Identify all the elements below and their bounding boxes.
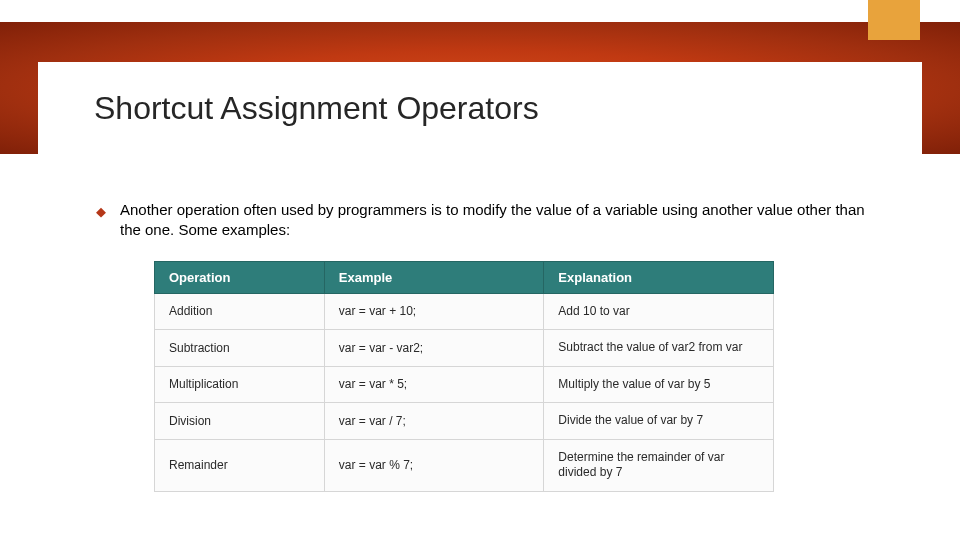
slide-title: Shortcut Assignment Operators: [94, 90, 539, 127]
cell-operation: Division: [155, 403, 325, 440]
cell-example: var = var + 10;: [324, 293, 544, 330]
bullet-text: Another operation often used by programm…: [120, 200, 876, 241]
cell-example: var = var - var2;: [324, 330, 544, 367]
operators-table: Operation Example Explanation Addition v…: [154, 261, 774, 493]
cell-explanation: Subtract the value of var2 from var: [544, 330, 774, 367]
cell-operation: Remainder: [155, 439, 325, 491]
table-row: Division var = var / 7; Divide the value…: [155, 403, 774, 440]
table-row: Remainder var = var % 7; Determine the r…: [155, 439, 774, 491]
table-row: Multiplication var = var * 5; Multiply t…: [155, 366, 774, 403]
header-operation: Operation: [155, 261, 325, 293]
content-area: ◆ Another operation often used by progra…: [96, 200, 876, 492]
header-example: Example: [324, 261, 544, 293]
cell-explanation: Divide the value of var by 7: [544, 403, 774, 440]
cell-operation: Addition: [155, 293, 325, 330]
table-row: Addition var = var + 10; Add 10 to var: [155, 293, 774, 330]
cell-operation: Subtraction: [155, 330, 325, 367]
table-header-row: Operation Example Explanation: [155, 261, 774, 293]
bullet-arrow-icon: ◆: [96, 204, 106, 219]
cell-example: var = var / 7;: [324, 403, 544, 440]
cell-operation: Multiplication: [155, 366, 325, 403]
table-row: Subtraction var = var - var2; Subtract t…: [155, 330, 774, 367]
cell-explanation: Determine the remainder of var divided b…: [544, 439, 774, 491]
cell-explanation: Multiply the value of var by 5: [544, 366, 774, 403]
cell-explanation: Add 10 to var: [544, 293, 774, 330]
title-card: Shortcut Assignment Operators: [38, 62, 922, 154]
cell-example: var = var * 5;: [324, 366, 544, 403]
bullet-row: ◆ Another operation often used by progra…: [96, 200, 876, 241]
header-explanation: Explanation: [544, 261, 774, 293]
accent-tab: [868, 0, 920, 40]
cell-example: var = var % 7;: [324, 439, 544, 491]
